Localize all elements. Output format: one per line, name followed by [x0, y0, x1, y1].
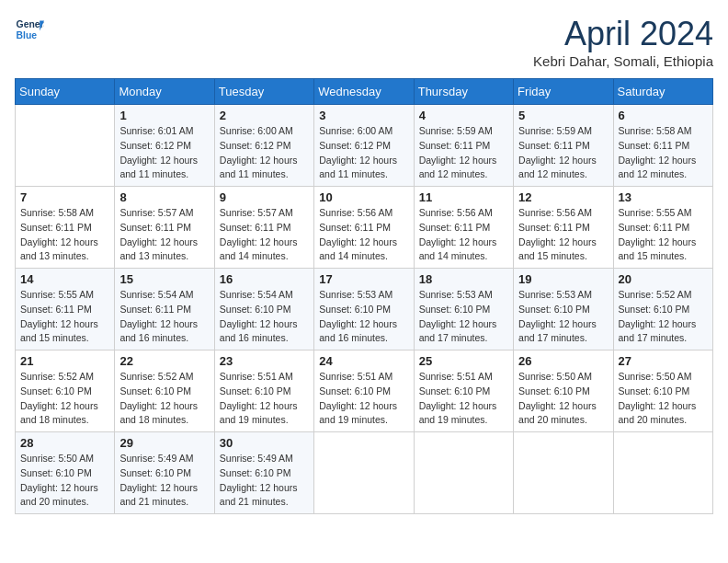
calendar-cell: 8Sunrise: 5:57 AM Sunset: 6:11 PM Daylig…	[115, 187, 214, 269]
svg-text:Blue: Blue	[17, 30, 38, 40]
calendar-cell: 15Sunrise: 5:54 AM Sunset: 6:11 PM Dayli…	[115, 269, 214, 350]
day-number: 5	[518, 109, 608, 122]
day-detail: Sunrise: 5:52 AM Sunset: 6:10 PM Dayligh…	[619, 288, 708, 346]
calendar-cell: 20Sunrise: 5:52 AM Sunset: 6:10 PM Dayli…	[613, 269, 712, 350]
day-detail: Sunrise: 5:53 AM Sunset: 6:10 PM Dayligh…	[419, 288, 508, 346]
day-detail: Sunrise: 5:53 AM Sunset: 6:10 PM Dayligh…	[319, 288, 408, 346]
day-number: 21	[20, 354, 109, 368]
day-number: 30	[220, 436, 309, 450]
calendar-table: SundayMondayTuesdayWednesdayThursdayFrid…	[15, 78, 713, 514]
calendar-cell: 10Sunrise: 5:56 AM Sunset: 6:11 PM Dayli…	[314, 187, 414, 269]
calendar-cell: 13Sunrise: 5:55 AM Sunset: 6:11 PM Dayli…	[613, 187, 712, 269]
day-number: 25	[419, 354, 508, 368]
page-header: General Blue April 2024 Kebri Dahar, Som…	[15, 15, 713, 69]
day-number: 3	[319, 109, 408, 122]
day-number: 29	[119, 436, 209, 450]
weekday-header: Tuesday	[214, 79, 313, 105]
day-number: 18	[419, 272, 508, 286]
day-number: 24	[319, 354, 408, 368]
weekday-header: Thursday	[414, 79, 513, 105]
day-number: 13	[619, 190, 708, 204]
day-detail: Sunrise: 5:49 AM Sunset: 6:10 PM Dayligh…	[119, 452, 209, 510]
day-detail: Sunrise: 5:57 AM Sunset: 6:11 PM Dayligh…	[220, 206, 309, 264]
day-detail: Sunrise: 5:59 AM Sunset: 6:11 PM Dayligh…	[518, 124, 608, 182]
location: Kebri Dahar, Somali, Ethiopia	[533, 53, 713, 69]
calendar-cell: 4Sunrise: 5:59 AM Sunset: 6:11 PM Daylig…	[414, 105, 513, 187]
weekday-header: Friday	[514, 79, 613, 105]
calendar-cell: 11Sunrise: 5:56 AM Sunset: 6:11 PM Dayli…	[414, 187, 513, 269]
calendar-cell: 25Sunrise: 5:51 AM Sunset: 6:10 PM Dayli…	[414, 350, 513, 432]
day-detail: Sunrise: 5:50 AM Sunset: 6:10 PM Dayligh…	[518, 370, 608, 428]
calendar-cell: 5Sunrise: 5:59 AM Sunset: 6:11 PM Daylig…	[514, 105, 613, 187]
day-detail: Sunrise: 5:52 AM Sunset: 6:10 PM Dayligh…	[20, 370, 109, 428]
day-detail: Sunrise: 5:50 AM Sunset: 6:10 PM Dayligh…	[619, 370, 708, 428]
calendar-cell: 21Sunrise: 5:52 AM Sunset: 6:10 PM Dayli…	[16, 350, 115, 432]
day-number: 10	[319, 190, 408, 204]
day-number: 19	[518, 272, 608, 286]
calendar-cell: 28Sunrise: 5:50 AM Sunset: 6:10 PM Dayli…	[16, 432, 115, 514]
day-number: 28	[20, 436, 109, 450]
day-detail: Sunrise: 6:00 AM Sunset: 6:12 PM Dayligh…	[220, 124, 309, 182]
logo-icon: General Blue	[15, 15, 44, 44]
calendar-cell: 23Sunrise: 5:51 AM Sunset: 6:10 PM Dayli…	[214, 350, 313, 432]
calendar-cell: 7Sunrise: 5:58 AM Sunset: 6:11 PM Daylig…	[16, 187, 115, 269]
weekday-header: Monday	[115, 79, 214, 105]
day-number: 26	[518, 354, 608, 368]
day-number: 15	[119, 272, 209, 286]
day-detail: Sunrise: 5:55 AM Sunset: 6:11 PM Dayligh…	[20, 288, 109, 346]
day-number: 20	[619, 272, 708, 286]
day-detail: Sunrise: 5:58 AM Sunset: 6:11 PM Dayligh…	[619, 124, 708, 182]
day-number: 6	[619, 109, 708, 122]
calendar-cell: 12Sunrise: 5:56 AM Sunset: 6:11 PM Dayli…	[514, 187, 613, 269]
day-detail: Sunrise: 5:52 AM Sunset: 6:10 PM Dayligh…	[119, 370, 209, 428]
day-detail: Sunrise: 5:56 AM Sunset: 6:11 PM Dayligh…	[319, 206, 408, 264]
day-number: 2	[220, 109, 309, 122]
day-detail: Sunrise: 5:50 AM Sunset: 6:10 PM Dayligh…	[20, 452, 109, 510]
day-detail: Sunrise: 5:54 AM Sunset: 6:11 PM Dayligh…	[119, 288, 209, 346]
calendar-cell	[613, 432, 712, 514]
day-detail: Sunrise: 5:49 AM Sunset: 6:10 PM Dayligh…	[220, 452, 309, 510]
weekday-header: Wednesday	[314, 79, 414, 105]
calendar-cell: 29Sunrise: 5:49 AM Sunset: 6:10 PM Dayli…	[115, 432, 214, 514]
calendar-cell	[514, 432, 613, 514]
calendar-cell	[16, 105, 115, 187]
day-number: 4	[419, 109, 508, 122]
month-title: April 2024	[533, 15, 713, 53]
day-detail: Sunrise: 5:51 AM Sunset: 6:10 PM Dayligh…	[220, 370, 309, 428]
day-detail: Sunrise: 6:01 AM Sunset: 6:12 PM Dayligh…	[119, 124, 209, 182]
calendar-cell: 2Sunrise: 6:00 AM Sunset: 6:12 PM Daylig…	[214, 105, 313, 187]
calendar-cell: 17Sunrise: 5:53 AM Sunset: 6:10 PM Dayli…	[314, 269, 414, 350]
day-detail: Sunrise: 5:58 AM Sunset: 6:11 PM Dayligh…	[20, 206, 109, 264]
day-number: 22	[119, 354, 209, 368]
day-detail: Sunrise: 5:53 AM Sunset: 6:10 PM Dayligh…	[518, 288, 608, 346]
day-detail: Sunrise: 5:57 AM Sunset: 6:11 PM Dayligh…	[119, 206, 209, 264]
day-number: 17	[319, 272, 408, 286]
day-number: 27	[619, 354, 708, 368]
day-number: 23	[220, 354, 309, 368]
calendar-cell: 19Sunrise: 5:53 AM Sunset: 6:10 PM Dayli…	[514, 269, 613, 350]
day-number: 7	[20, 190, 109, 204]
calendar-cell: 30Sunrise: 5:49 AM Sunset: 6:10 PM Dayli…	[214, 432, 313, 514]
day-number: 12	[518, 190, 608, 204]
day-number: 14	[20, 272, 109, 286]
day-detail: Sunrise: 5:51 AM Sunset: 6:10 PM Dayligh…	[419, 370, 508, 428]
calendar-cell: 1Sunrise: 6:01 AM Sunset: 6:12 PM Daylig…	[115, 105, 214, 187]
day-detail: Sunrise: 6:00 AM Sunset: 6:12 PM Dayligh…	[319, 124, 408, 182]
day-number: 1	[119, 109, 209, 122]
day-detail: Sunrise: 5:55 AM Sunset: 6:11 PM Dayligh…	[619, 206, 708, 264]
day-detail: Sunrise: 5:54 AM Sunset: 6:10 PM Dayligh…	[220, 288, 309, 346]
title-block: April 2024 Kebri Dahar, Somali, Ethiopia	[533, 15, 713, 69]
day-detail: Sunrise: 5:51 AM Sunset: 6:10 PM Dayligh…	[319, 370, 408, 428]
calendar-cell: 24Sunrise: 5:51 AM Sunset: 6:10 PM Dayli…	[314, 350, 414, 432]
day-number: 8	[119, 190, 209, 204]
calendar-cell: 26Sunrise: 5:50 AM Sunset: 6:10 PM Dayli…	[514, 350, 613, 432]
day-detail: Sunrise: 5:56 AM Sunset: 6:11 PM Dayligh…	[419, 206, 508, 264]
calendar-cell: 16Sunrise: 5:54 AM Sunset: 6:10 PM Dayli…	[214, 269, 313, 350]
weekday-header: Saturday	[613, 79, 712, 105]
calendar-cell	[414, 432, 513, 514]
calendar-cell: 22Sunrise: 5:52 AM Sunset: 6:10 PM Dayli…	[115, 350, 214, 432]
calendar-cell: 27Sunrise: 5:50 AM Sunset: 6:10 PM Dayli…	[613, 350, 712, 432]
calendar-cell	[314, 432, 414, 514]
calendar-cell: 18Sunrise: 5:53 AM Sunset: 6:10 PM Dayli…	[414, 269, 513, 350]
day-detail: Sunrise: 5:56 AM Sunset: 6:11 PM Dayligh…	[518, 206, 608, 264]
